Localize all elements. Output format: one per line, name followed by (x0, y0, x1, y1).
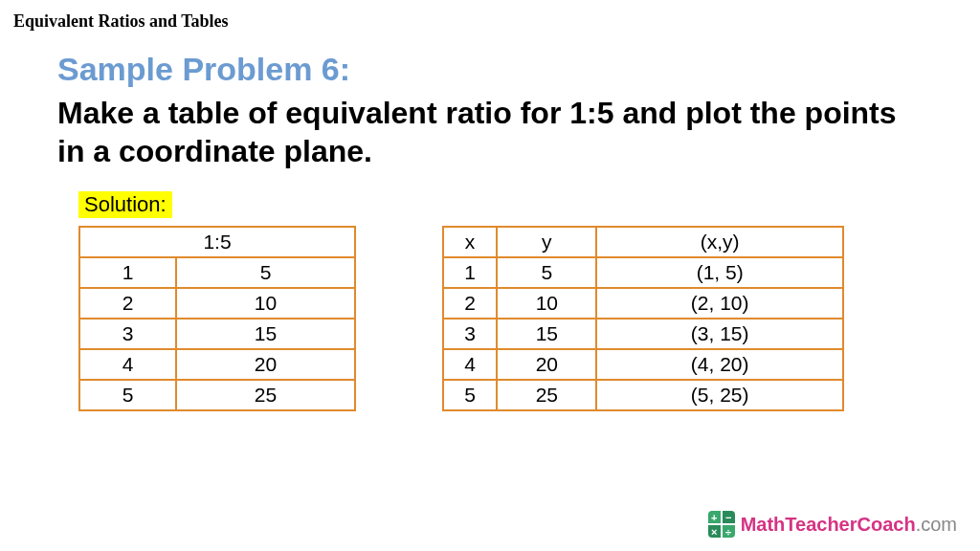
table-row: 3 15 (79, 319, 355, 349)
col-x: x (443, 227, 497, 257)
table-row: 5 25 (79, 380, 355, 410)
col-xy: (x,y) (596, 227, 843, 257)
sample-problem-title: Sample Problem 6: (57, 51, 923, 88)
table-row: 4 20 (79, 349, 355, 380)
table-row: 5 25 (5, 25) (443, 380, 843, 410)
col-y: y (497, 227, 596, 257)
table-row: 1 5 (79, 257, 355, 288)
table-row: 4 20 (4, 20) (443, 349, 843, 380)
brand-logo-icon: +−×÷ (708, 511, 735, 538)
ratio-table-header: 1:5 (79, 227, 355, 257)
table-row: 1 5 (1, 5) (443, 257, 843, 288)
table-row: 2 10 (2, 10) (443, 288, 843, 319)
solution-label: Solution: (78, 191, 172, 218)
footer-brand: +−×÷ MathTeacherCoach.com (708, 511, 957, 538)
table-row: 2 10 (79, 288, 355, 319)
page-header: Equivalent Ratios and Tables (0, 0, 980, 32)
content-area: Sample Problem 6: Make a table of equiva… (0, 32, 980, 411)
ratio-table: 1:5 1 5 2 10 3 15 4 20 5 25 (78, 226, 356, 411)
tables-row: 1:5 1 5 2 10 3 15 4 20 5 25 (57, 226, 923, 411)
table-row: 3 15 (3, 15) (443, 319, 843, 349)
brand-text: MathTeacherCoach.com (741, 514, 957, 536)
coordinate-table: x y (x,y) 1 5 (1, 5) 2 10 (2, 10) 3 15 (… (442, 226, 844, 411)
problem-prompt: Make a table of equivalent ratio for 1:5… (57, 94, 923, 170)
